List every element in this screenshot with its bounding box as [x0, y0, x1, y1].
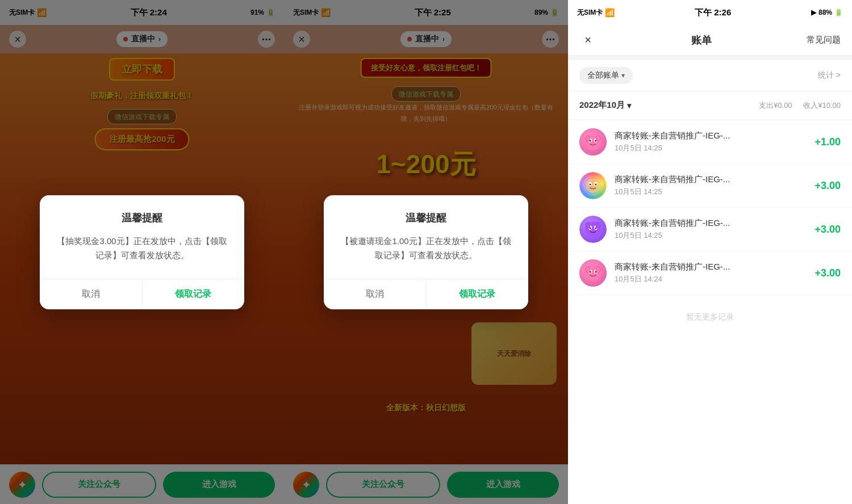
dialog-cancel-1[interactable]: 取消 [40, 279, 143, 309]
trans-name: 商家转账-来自营销推广-IEG-... [615, 262, 807, 272]
trans-name: 商家转账-来自营销推广-IEG-... [615, 218, 807, 229]
svg-point-6 [596, 136, 600, 141]
month-chevron-icon: ▾ [627, 101, 631, 110]
avatar [579, 172, 607, 199]
table-row[interactable]: 商家转账-来自营销推广-IEG-... 10月5日 14:25 +3.00 [568, 164, 852, 208]
trans-time: 10月5日 14:24 [615, 274, 807, 284]
svg-point-5 [586, 136, 590, 141]
trans-info: 商家转账-来自营销推广-IEG-... 10月5日 14:25 [615, 218, 807, 241]
faq-link[interactable]: 常见问题 [807, 35, 841, 45]
dialog-overlay-2: 温馨提醒 【被邀请现金1.00元】正在发放中，点击【领取记录】可查看发放状态。 … [284, 0, 568, 504]
signal-icon-3: ▶ [811, 9, 816, 16]
trans-info: 商家转账-来自营销推广-IEG-... 10月5日 14:25 [615, 131, 807, 153]
trans-amount: +3.00 [815, 224, 841, 236]
table-row[interactable]: 商家转账-来自营销推广-IEG-... 10月5日 14:25 +3.00 [568, 208, 852, 251]
dialog-title-1: 温馨提醒 [40, 195, 244, 234]
dialog-box-1: 温馨提醒 【抽奖现金3.00元】正在发放中，点击【领取记录】可查看发放状态。 取… [40, 195, 244, 309]
battery-icon-3: 🔋 [834, 9, 843, 16]
trans-time: 10月5日 14:25 [615, 187, 807, 197]
svg-point-11 [595, 184, 597, 186]
trans-time: 10月5日 14:25 [615, 143, 807, 153]
account-nav: × 账单 常见问题 [568, 25, 852, 56]
month-label-text: 2022年10月 [579, 100, 625, 111]
svg-point-10 [590, 184, 591, 186]
dialog-body-1: 【抽奖现金3.00元】正在发放中，点击【领取记录】可查看发放状态。 [40, 234, 244, 279]
month-stats: 支出¥0.00 收入¥10.00 [759, 100, 841, 111]
month-selector[interactable]: 2022年10月 ▾ [579, 100, 631, 111]
dialog-confirm-2[interactable]: 领取记录 [427, 279, 529, 309]
account-title: 账单 [691, 33, 712, 47]
avatar [579, 216, 607, 243]
account-close-button[interactable]: × [579, 32, 596, 49]
wifi-icon-3: 📶 [605, 8, 615, 17]
month-filter: 2022年10月 ▾ 支出¥0.00 收入¥10.00 [568, 91, 852, 119]
sim-label-3: 无SIM卡 [577, 8, 603, 18]
dialog-box-2: 温馨提醒 【被邀请现金1.00元】正在发放中，点击【领取记录】可查看发放状态。 … [324, 195, 528, 309]
dialog-buttons-2: 取消 领取记录 [324, 279, 528, 309]
no-more-label: 暂无更多记录 [568, 295, 852, 339]
dialog-title-2: 温馨提醒 [324, 195, 528, 234]
status-right-3: ▶ 88% 🔋 [811, 9, 843, 16]
battery-label-3: 88% [818, 9, 832, 16]
filter-all-btn[interactable]: 全部账单 ▾ [579, 67, 633, 84]
income-label: 收入¥10.00 [803, 101, 841, 110]
dialog-body-2: 【被邀请现金1.00元】正在发放中，点击【领取记录】可查看发放状态。 [324, 234, 528, 279]
trans-amount: +1.00 [815, 136, 841, 148]
panel-2: 无SIM卡 📶 下午 2:25 89% 🔋 × 直播中 › ··· 接受好友心意… [284, 0, 568, 504]
dialog-buttons-1: 取消 领取记录 [40, 279, 244, 309]
trans-info: 商家转账-来自营销推广-IEG-... 10月5日 14:24 [615, 262, 807, 284]
filter-label: 全部账单 [587, 70, 619, 81]
table-row[interactable]: 商家转账-来自营销推广-IEG-... 10月5日 14:25 +1.00 [568, 120, 852, 164]
panel-3: 无SIM卡 📶 下午 2:26 ▶ 88% 🔋 × 账单 常见问题 全部账单 ▾… [568, 0, 852, 504]
filter-dropdown-icon: ▾ [621, 72, 625, 79]
dialog-overlay-1: 温馨提醒 【抽奖现金3.00元】正在发放中，点击【领取记录】可查看发放状态。 取… [0, 0, 284, 504]
avatar [579, 259, 607, 287]
svg-point-7 [586, 178, 600, 193]
trans-name: 商家转账-来自营销推广-IEG-... [615, 174, 807, 185]
svg-point-17 [586, 222, 590, 228]
table-row[interactable]: 商家转账-来自营销推广-IEG-... 10月5日 14:24 +3.00 [568, 251, 852, 295]
transaction-list: 商家转账-来自营销推广-IEG-... 10月5日 14:25 +1.00 [568, 120, 852, 504]
svg-point-25 [596, 267, 600, 272]
time-3: 下午 2:26 [695, 7, 731, 18]
avatar [579, 128, 607, 156]
status-bar-3: 无SIM卡 📶 下午 2:26 ▶ 88% 🔋 [568, 0, 852, 25]
trans-info: 商家转账-来自营销推广-IEG-... 10月5日 14:25 [615, 174, 807, 197]
stats-link[interactable]: 统计 > [818, 70, 841, 81]
dialog-confirm-1[interactable]: 领取记录 [143, 279, 245, 309]
svg-point-24 [586, 267, 590, 272]
expense-label: 支出¥0.00 [759, 101, 792, 110]
trans-name: 商家转账-来自营销推广-IEG-... [615, 131, 807, 141]
filter-row: 全部账单 ▾ 统计 > [568, 60, 852, 91]
svg-point-18 [596, 222, 600, 228]
status-left-3: 无SIM卡 📶 [577, 8, 615, 18]
trans-time: 10月5日 14:25 [615, 230, 807, 241]
panel-1: 无SIM卡 📶 下午 2:24 91% 🔋 × 直播中 › ··· 立即下载 假… [0, 0, 284, 504]
trans-amount: +3.00 [815, 180, 841, 192]
trans-amount: +3.00 [815, 267, 841, 279]
dialog-cancel-2[interactable]: 取消 [324, 279, 427, 309]
